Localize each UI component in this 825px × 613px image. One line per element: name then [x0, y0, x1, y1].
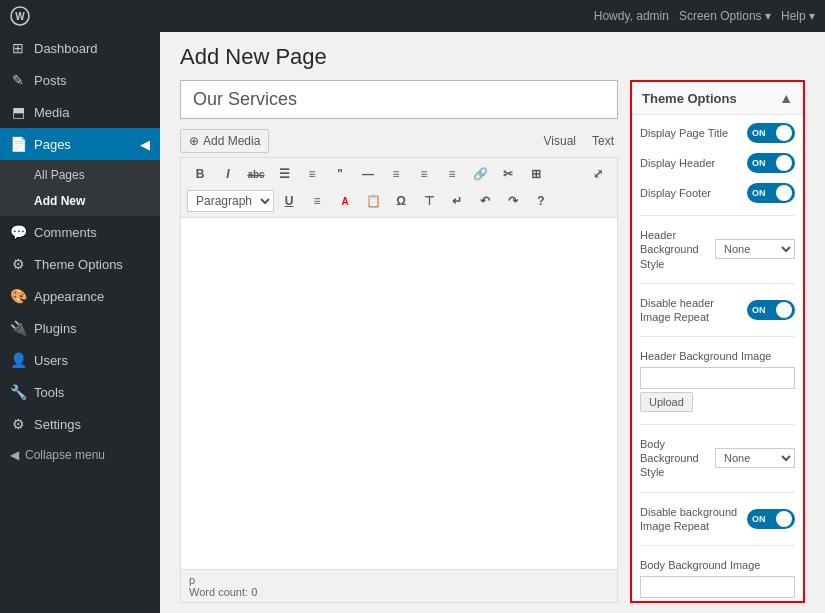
sidebar-item-posts[interactable]: ✎ Posts: [0, 64, 160, 96]
word-count: Word count: 0: [189, 586, 257, 598]
visual-tab[interactable]: Visual: [540, 132, 580, 150]
align-left-btn[interactable]: ≡: [383, 162, 409, 186]
special-char-btn[interactable]: Ω: [388, 189, 414, 213]
display-page-title-toggle[interactable]: ON: [747, 123, 795, 143]
undo-btn[interactable]: ↶: [472, 189, 498, 213]
sidebar-item-plugins[interactable]: 🔌 Plugins: [0, 312, 160, 344]
p-tag: p: [189, 574, 195, 586]
insert-link-btn[interactable]: 🔗: [467, 162, 493, 186]
ordered-list-btn[interactable]: ≡: [299, 162, 325, 186]
body-bg-style-label: Body Background Style: [640, 437, 709, 480]
display-footer-row: Display Footer ON: [640, 183, 795, 203]
add-media-bar: ⊕ Add Media Visual Text: [180, 129, 618, 153]
text-tab[interactable]: Text: [588, 132, 618, 150]
outdent-btn[interactable]: ↵: [444, 189, 470, 213]
sidebar-item-comments[interactable]: 💬 Comments: [0, 216, 160, 248]
sidebar-item-appearance[interactable]: 🎨 Appearance: [0, 280, 160, 312]
paste-text-btn[interactable]: 📋: [360, 189, 386, 213]
display-header-toggle[interactable]: ON: [747, 153, 795, 173]
svg-text:W: W: [15, 11, 25, 22]
add-media-btn[interactable]: ⊕ Add Media: [180, 129, 269, 153]
insert-more-btn[interactable]: ⊞: [523, 162, 549, 186]
display-footer-toggle[interactable]: ON: [747, 183, 795, 203]
sidebar-item-users[interactable]: 👤 Users: [0, 344, 160, 376]
sidebar-sub-all-pages[interactable]: All Pages: [0, 162, 160, 188]
align-center-btn[interactable]: ≡: [411, 162, 437, 186]
sidebar-item-settings[interactable]: ⚙ Settings: [0, 408, 160, 440]
sidebar-label-appearance: Appearance: [34, 289, 104, 304]
toolbar-row-2: Paragraph Heading 1 Heading 2 Heading 3 …: [187, 189, 611, 213]
header-bg-image-label: Header Background Image: [640, 349, 795, 363]
underline-btn[interactable]: U: [276, 189, 302, 213]
justify-btn[interactable]: ≡: [304, 189, 330, 213]
bold-btn[interactable]: B: [187, 162, 213, 186]
howdy-text: Howdy, admin: [594, 9, 669, 23]
unlink-btn[interactable]: ✂: [495, 162, 521, 186]
sidebar-label-plugins: Plugins: [34, 321, 77, 336]
body-bg-image-field: [640, 576, 795, 598]
display-page-title-row: Display Page Title ON: [640, 123, 795, 143]
header-bg-image-field: [640, 367, 795, 389]
divider-5: [640, 492, 795, 493]
fullscreen-btn[interactable]: ⤢: [585, 162, 611, 186]
divider-6: [640, 545, 795, 546]
editor-section: ⊕ Add Media Visual Text B I abc ☰: [180, 80, 618, 603]
redo-btn[interactable]: ↷: [500, 189, 526, 213]
pages-icon: 📄: [10, 136, 26, 152]
display-footer-label: Display Footer: [640, 186, 741, 200]
header-bg-image-row: Header Background Image Upload: [640, 349, 795, 411]
dashboard-icon: ⊞: [10, 40, 26, 56]
disable-bg-repeat-row: Disable background Image Repeat ON: [640, 505, 795, 534]
format-select[interactable]: Paragraph Heading 1 Heading 2 Heading 3: [187, 190, 274, 212]
wp-logo-icon: W: [10, 6, 30, 26]
strikethrough-btn[interactable]: abc: [243, 162, 269, 186]
content-area: ⊕ Add Media Visual Text B I abc ☰: [160, 80, 825, 613]
text-color-btn[interactable]: A: [332, 189, 358, 213]
theme-options-header: Theme Options ▲: [632, 82, 803, 115]
tools-icon: 🔧: [10, 384, 26, 400]
disable-header-repeat-toggle[interactable]: ON: [747, 300, 795, 320]
align-right-btn[interactable]: ≡: [439, 162, 465, 186]
theme-options-collapse-btn[interactable]: ▲: [779, 90, 793, 106]
blockquote-btn[interactable]: ": [327, 162, 353, 186]
editor-body[interactable]: [180, 217, 618, 570]
sidebar-sub-add-new[interactable]: Add New: [0, 188, 160, 214]
divider-3: [640, 336, 795, 337]
sidebar-item-tools[interactable]: 🔧 Tools: [0, 376, 160, 408]
disable-bg-repeat-label: Disable background Image Repeat: [640, 505, 741, 534]
help-btn[interactable]: ?: [528, 189, 554, 213]
screen-options-btn[interactable]: Screen Options ▾: [679, 9, 771, 23]
header-bg-image-upload-btn[interactable]: Upload: [640, 392, 693, 412]
hr-btn[interactable]: —: [355, 162, 381, 186]
header-bg-style-row: Header Background Style None Image Color: [640, 228, 795, 271]
sidebar-item-pages[interactable]: 📄 Pages ◀: [0, 128, 160, 160]
display-page-title-label: Display Page Title: [640, 126, 741, 140]
sidebar-item-media[interactable]: ⬒ Media: [0, 96, 160, 128]
page-title-input[interactable]: [180, 80, 618, 119]
body-bg-style-select[interactable]: None Image Color: [715, 448, 795, 468]
sidebar-label-dashboard: Dashboard: [34, 41, 98, 56]
italic-btn[interactable]: I: [215, 162, 241, 186]
sidebar-item-dashboard[interactable]: ⊞ Dashboard: [0, 32, 160, 64]
theme-options-body: Display Page Title ON Display Header ON: [632, 115, 803, 603]
body-bg-image-row: Body Background Image Upload: [640, 558, 795, 603]
comments-icon: 💬: [10, 224, 26, 240]
body-bg-image-upload-btn[interactable]: Upload: [640, 601, 693, 603]
sidebar-label-tools: Tools: [34, 385, 64, 400]
divider-4: [640, 424, 795, 425]
sidebar-label-media: Media: [34, 105, 69, 120]
media-icon: ⬒: [10, 104, 26, 120]
disable-bg-repeat-toggle[interactable]: ON: [747, 509, 795, 529]
pages-submenu: All Pages Add New: [0, 160, 160, 216]
help-btn[interactable]: Help ▾: [781, 9, 815, 23]
disable-header-repeat-label: Disable header Image Repeat: [640, 296, 741, 325]
collapse-menu-btn[interactable]: ◀ Collapse menu: [0, 440, 160, 470]
visual-text-tabs: Visual Text: [540, 132, 618, 150]
sidebar-item-theme-options[interactable]: ⚙ Theme Options: [0, 248, 160, 280]
unordered-list-btn[interactable]: ☰: [271, 162, 297, 186]
header-bg-style-label: Header Background Style: [640, 228, 709, 271]
collapse-label: Collapse menu: [25, 448, 105, 462]
header-bg-style-select[interactable]: None Image Color: [715, 239, 795, 259]
theme-options-panel: Theme Options ▲ Display Page Title ON: [630, 80, 805, 603]
indent-btn[interactable]: ⊤: [416, 189, 442, 213]
